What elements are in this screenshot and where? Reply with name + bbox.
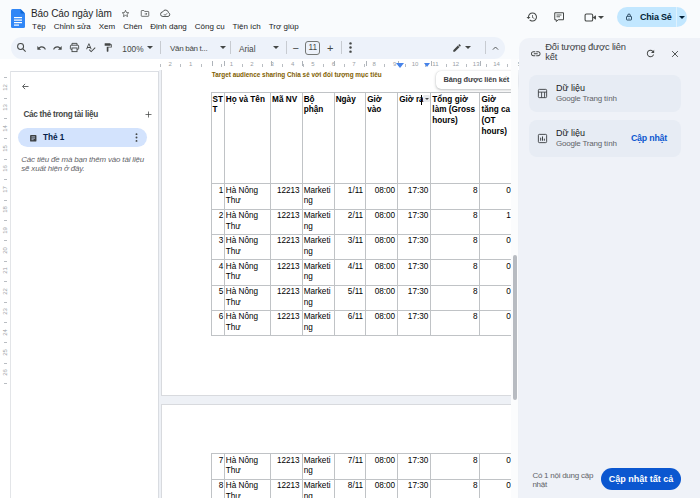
table-cell[interactable]: 12213	[271, 260, 303, 285]
table-cell[interactable]: 12213	[271, 209, 303, 234]
table-cell[interactable]: 17:30	[398, 285, 431, 310]
table-cell[interactable]: 12213	[271, 454, 303, 479]
table-cell[interactable]: 08:00	[366, 310, 398, 335]
zoom-caret-icon[interactable]	[147, 46, 153, 49]
share-button[interactable]: Chia Sẻ	[617, 7, 687, 27]
table-cell[interactable]: 0	[480, 479, 513, 498]
table-cell[interactable]: 8	[431, 479, 480, 498]
undo-icon[interactable]	[36, 43, 47, 53]
add-tab-icon[interactable]	[144, 110, 153, 119]
table-cell[interactable]: 8/11	[334, 479, 366, 498]
table-cell[interactable]: 12213	[271, 234, 303, 259]
zoom-caret[interactable]	[147, 46, 153, 49]
update-link[interactable]: Cập nhật	[631, 133, 667, 143]
styles-select[interactable]: Văn bản t...	[170, 44, 207, 53]
table-cell[interactable]: 8	[431, 184, 480, 209]
editing-mode-caret-icon[interactable]	[465, 46, 471, 49]
table-cell[interactable]: 2/11	[334, 209, 366, 234]
font-select[interactable]: Arial	[239, 44, 256, 54]
table-cell[interactable]: 0	[480, 285, 513, 310]
attendance-table-page1[interactable]: STTHọ và TênMã NVBộ phậnNgàyGiờ vàoGiờ r…	[211, 92, 513, 336]
table-cell[interactable]: Hà Nông Thư	[224, 209, 270, 234]
table-cell[interactable]: 3	[212, 234, 225, 259]
document-title[interactable]: Báo Cáo ngày làm	[31, 8, 112, 19]
table-cell[interactable]: 6/11	[334, 310, 366, 335]
meet-caret-icon[interactable]	[595, 10, 607, 24]
table-cell[interactable]: 8	[431, 454, 480, 479]
table-cell[interactable]: 3/11	[334, 234, 366, 259]
table-cell[interactable]: 12213	[271, 479, 303, 498]
paint-format-icon[interactable]	[103, 42, 113, 53]
table-cell[interactable]: Marketing	[302, 260, 334, 285]
back-arrow-icon[interactable]	[21, 82, 30, 91]
table-cell[interactable]: 5/11	[334, 285, 366, 310]
font-caret[interactable]	[273, 46, 279, 49]
sidebar-item-tab1[interactable]: Thẻ 1	[18, 128, 148, 147]
column-header[interactable]: Giờ tăng ca (OT hours)	[480, 93, 513, 184]
editing-mode-pen-icon[interactable]	[452, 43, 462, 53]
table-cell[interactable]: 0	[480, 454, 513, 479]
redo-icon[interactable]	[52, 43, 63, 53]
table-cell[interactable]: 17:30	[398, 479, 431, 498]
table-cell[interactable]: 8	[431, 209, 480, 234]
table-cell[interactable]: Marketing	[302, 479, 334, 498]
column-header[interactable]: Mã NV	[271, 93, 303, 184]
table-cell[interactable]: 12213	[271, 310, 303, 335]
table-cell[interactable]: 08:00	[366, 479, 398, 498]
column-header[interactable]: Giờ vào	[366, 93, 398, 184]
editing-mode-caret[interactable]	[465, 46, 471, 49]
menu-item-2[interactable]: Xem	[95, 21, 119, 33]
table-cell[interactable]: 08:00	[366, 184, 398, 209]
table-cell[interactable]: Hà Nông Thư	[224, 310, 270, 335]
table-cell[interactable]: 12213	[271, 184, 303, 209]
decrease-font-icon[interactable]: −	[290, 43, 302, 53]
column-header[interactable]: Tổng giờ làm (Gross hours)	[431, 93, 480, 184]
indent-marker[interactable]	[396, 63, 404, 68]
menu-item-0[interactable]: Tệp	[28, 21, 50, 33]
print-icon[interactable]	[69, 42, 80, 53]
table-cell[interactable]: 2	[212, 209, 225, 234]
document-page-1[interactable]: Target audience sharing Chia sẻ với đối …	[161, 70, 514, 396]
menu-item-3[interactable]: Chèn	[119, 21, 146, 33]
spell-check-icon[interactable]	[85, 42, 96, 53]
column-header[interactable]: STT	[212, 93, 225, 184]
star-icon[interactable]	[121, 9, 130, 18]
table-cell[interactable]: Marketing	[302, 184, 334, 209]
table-cell[interactable]: Marketing	[302, 454, 334, 479]
table-cell[interactable]: Marketing	[302, 310, 334, 335]
zoom-select[interactable]: 100%	[122, 44, 143, 54]
table-cell[interactable]: Hà Nông Thư	[224, 184, 270, 209]
column-header[interactable]: Bộ phận	[302, 93, 334, 184]
menu-item-7[interactable]: Trợ giúp	[265, 21, 303, 33]
table-cell[interactable]: 17:30	[398, 310, 431, 335]
increase-font-icon[interactable]: +	[324, 43, 336, 53]
tab-more-icon[interactable]	[132, 133, 141, 142]
comments-icon[interactable]	[552, 10, 566, 24]
search-icon[interactable]	[16, 42, 27, 53]
linked-object-card-table[interactable]: Dữ liệu Google Trang tính	[529, 75, 681, 112]
table-cell[interactable]: 0	[480, 234, 513, 259]
table-cell[interactable]: Hà Nông Thư	[224, 260, 270, 285]
font-size-input[interactable]: 11	[305, 41, 320, 55]
indent-marker[interactable]	[424, 63, 430, 67]
menu-item-6[interactable]: Tiện ích	[229, 21, 265, 33]
column-header[interactable]: Họ và Tên	[224, 93, 270, 184]
scrollbar-thumb[interactable]	[513, 255, 517, 400]
table-cell[interactable]: Marketing	[302, 285, 334, 310]
table-cell[interactable]: Marketing	[302, 209, 334, 234]
table-cell[interactable]: 7	[212, 454, 225, 479]
attendance-table-page2[interactable]: 7Hà Nông Thư12213Marketing7/1108:0017:30…	[211, 453, 513, 498]
table-cell[interactable]: 8	[431, 260, 480, 285]
document-scrollbar[interactable]	[511, 59, 518, 498]
menu-item-1[interactable]: Chỉnh sửa	[50, 21, 95, 33]
table-cell[interactable]: Hà Nông Thư	[224, 479, 270, 498]
table-cell[interactable]: 17:30	[398, 260, 431, 285]
more-options-icon[interactable]	[347, 42, 353, 53]
table-cell[interactable]: 08:00	[366, 285, 398, 310]
version-history-icon[interactable]	[525, 10, 539, 24]
column-header[interactable]: Giờ ra	[398, 93, 431, 184]
linked-table-chip[interactable]	[423, 95, 430, 102]
move-folder-icon[interactable]	[140, 9, 150, 18]
table-cell[interactable]: 12213	[271, 285, 303, 310]
table-cell[interactable]: 4/11	[334, 260, 366, 285]
